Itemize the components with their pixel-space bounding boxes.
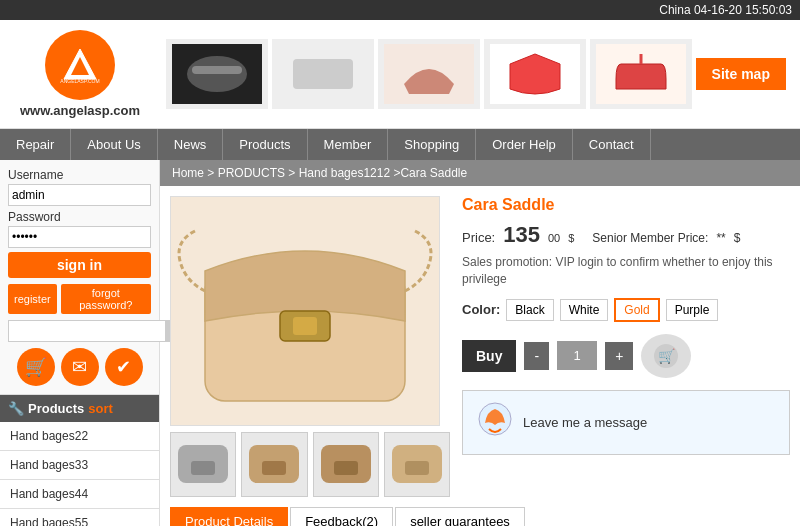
svg-rect-22	[334, 461, 358, 475]
cart-icon[interactable]: 🛒	[17, 348, 55, 386]
logo-area: ANGELASP.COM www.angelasp.com	[0, 25, 160, 123]
nav-order-help[interactable]: Order Help	[476, 129, 573, 160]
category-item-2[interactable]: Hand bages44	[0, 480, 159, 509]
product-title: Cara Saddle	[462, 196, 790, 214]
banner-img-2	[272, 39, 374, 109]
datetime: China 04-16-20 15:50:03	[659, 3, 792, 17]
add-to-cart-button[interactable]: 🛒	[641, 334, 691, 378]
banner-img-1	[166, 39, 268, 109]
svg-rect-24	[405, 461, 429, 475]
senior-price-label: Senior Member Price:	[592, 231, 708, 245]
search-input[interactable]	[8, 320, 166, 342]
check-icon[interactable]: ✔	[105, 348, 143, 386]
content-area: Home > PRODUCTS > Hand bages1212 >Cara S…	[160, 160, 800, 526]
banner-img-5	[590, 39, 692, 109]
login-box: Username Password sign in register forgo…	[0, 160, 159, 395]
breadcrumb: Home > PRODUCTS > Hand bages1212 >Cara S…	[160, 160, 800, 186]
tab-product-details[interactable]: Product Details	[170, 507, 288, 526]
username-label: Username	[8, 168, 151, 182]
register-button[interactable]: register	[8, 284, 57, 314]
color-black[interactable]: Black	[506, 299, 553, 321]
register-row: register forgot password?	[8, 284, 151, 314]
category-item-0[interactable]: Hand bages22	[0, 422, 159, 451]
category-item-1[interactable]: Hand bages33	[0, 451, 159, 480]
svg-rect-7	[293, 59, 353, 89]
username-input[interactable]	[8, 184, 151, 206]
thumb-1[interactable]	[170, 432, 236, 497]
nav-about[interactable]: About Us	[71, 129, 157, 160]
tab-feedback[interactable]: Feedback(2)	[290, 507, 393, 526]
svg-rect-18	[191, 461, 215, 475]
qty-plus-button[interactable]: +	[605, 342, 633, 370]
senior-price-value: **	[716, 231, 725, 245]
product-area: Cara Saddle Price: 13500$ Senior Member …	[160, 186, 800, 507]
tab-row: Product Details Feedback(2) seller guara…	[170, 507, 790, 526]
banner-img-4	[484, 39, 586, 109]
forgot-password-button[interactable]: forgot password?	[61, 284, 151, 314]
logo-icon[interactable]: ANGELASP.COM	[45, 30, 115, 100]
nav-shopping[interactable]: Shopping	[388, 129, 476, 160]
price-row: Price: 13500$ Senior Member Price: **$	[462, 222, 790, 248]
password-label: Password	[8, 210, 151, 224]
nav-contact[interactable]: Contact	[573, 129, 651, 160]
price-label: Price:	[462, 230, 495, 245]
qty-input[interactable]	[557, 341, 597, 370]
main-layout: Username Password sign in register forgo…	[0, 160, 800, 526]
top-bar: China 04-16-20 15:50:03	[0, 0, 800, 20]
price-currency: $	[568, 232, 574, 244]
product-info-section: Cara Saddle Price: 13500$ Senior Member …	[462, 196, 790, 497]
qty-minus-button[interactable]: -	[524, 342, 549, 370]
product-image-section	[170, 196, 450, 497]
svg-rect-5	[192, 66, 242, 74]
price-sup: 00	[548, 232, 560, 244]
svg-rect-16	[293, 317, 317, 335]
color-purple[interactable]: Purple	[666, 299, 719, 321]
sidebar: Username Password sign in register forgo…	[0, 160, 160, 526]
tab-seller-guarantees[interactable]: seller guarantees	[395, 507, 525, 526]
thumbnail-row	[170, 432, 450, 497]
buy-row: Buy - + 🛒	[462, 334, 790, 378]
sign-in-button[interactable]: sign in	[8, 252, 151, 278]
message-icon	[477, 401, 513, 444]
icon-row: 🛒 ✉ ✔	[8, 348, 151, 386]
search-row	[8, 320, 151, 342]
banner-area: Site map	[160, 39, 800, 109]
color-gold[interactable]: Gold	[614, 298, 659, 322]
svg-text:ANGELASP.COM: ANGELASP.COM	[60, 78, 99, 84]
logo-url: www.angelasp.com	[20, 103, 140, 118]
svg-text:🛒: 🛒	[658, 348, 676, 365]
sitemap-button[interactable]: Site map	[696, 58, 786, 90]
nav-member[interactable]: Member	[308, 129, 389, 160]
thumb-4[interactable]	[384, 432, 450, 497]
category-list: Hand bages22 Hand bages33 Hand bages44 H…	[0, 422, 159, 526]
main-product-image	[170, 196, 440, 426]
category-item-3[interactable]: Hand bages55	[0, 509, 159, 526]
message-label: Leave me a message	[523, 415, 647, 430]
buy-button[interactable]: Buy	[462, 340, 516, 372]
color-label: Color:	[462, 302, 500, 317]
products-sort-header: 🔧 Products sort	[0, 395, 159, 422]
tabs-area: Product Details Feedback(2) seller guara…	[160, 507, 800, 526]
thumb-3[interactable]	[313, 432, 379, 497]
sort-label: sort	[88, 401, 113, 416]
email-icon[interactable]: ✉	[61, 348, 99, 386]
header: ANGELASP.COM www.angelasp.com Site map	[0, 20, 800, 129]
nav-repair[interactable]: Repair	[0, 129, 71, 160]
nav-bar: Repair About Us News Products Member Sho…	[0, 129, 800, 160]
color-white[interactable]: White	[560, 299, 609, 321]
banner-img-3	[378, 39, 480, 109]
thumb-2[interactable]	[241, 432, 307, 497]
promo-text: Sales promotion: VIP login to confirm wh…	[462, 254, 790, 288]
nav-products[interactable]: Products	[223, 129, 307, 160]
message-box[interactable]: Leave me a message	[462, 390, 790, 455]
svg-rect-20	[262, 461, 286, 475]
products-label: Products	[28, 401, 84, 416]
breadcrumb-text: Home > PRODUCTS > Hand bages1212 >Cara S…	[172, 166, 467, 180]
senior-currency: $	[734, 231, 741, 245]
price-main: 135	[503, 222, 540, 248]
color-row: Color: Black White Gold Purple	[462, 298, 790, 322]
password-input[interactable]	[8, 226, 151, 248]
nav-news[interactable]: News	[158, 129, 224, 160]
